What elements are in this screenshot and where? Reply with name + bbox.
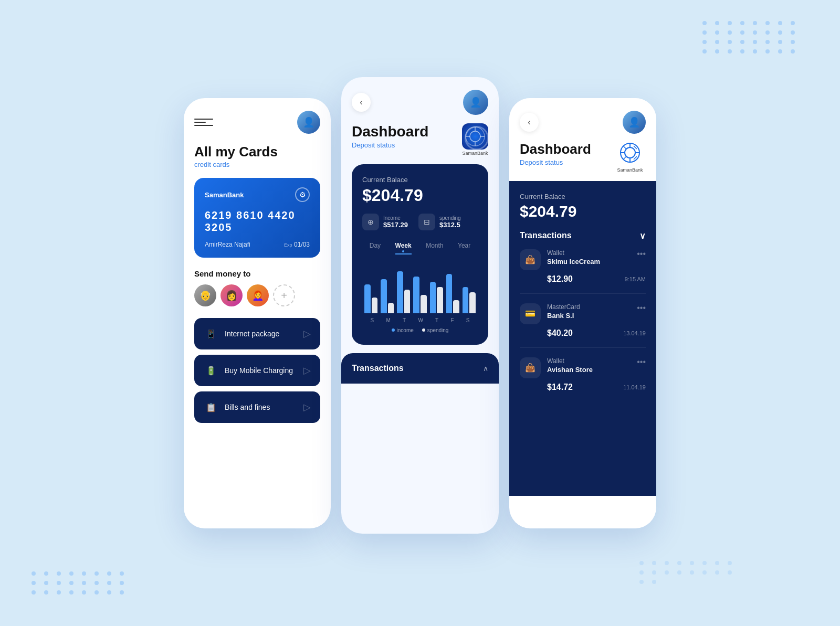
tx1-icon-wrap: 👜 [520,249,541,270]
transaction-item-2: 💳 MasterCard Bank S.I ••• $40.20 13.04.1… [520,303,646,348]
bank-card[interactable]: SamanBank ⚙ 6219 8610 4420 3205 AmirReza… [194,178,320,258]
saman-bank-logo-3: SamanBank [614,141,646,173]
p3-balance-label: Current Balace [520,193,646,200]
svg-line-14 [623,156,626,160]
card-gear-icon[interactable]: ⚙ [295,187,310,202]
bar-spending [404,290,411,313]
charging-arrow: ▷ [303,365,311,376]
chevron-up-icon[interactable]: ∧ [483,364,488,373]
bills-fines-item[interactable]: 📋 Bills and fines ▷ [194,391,320,423]
spending-label: spending [439,215,461,221]
tx3-more-button[interactable]: ••• [637,357,646,367]
day-m: M [386,317,391,323]
income-value: $517.29 [383,221,408,229]
contact-avatar-3[interactable]: 👩‍🦰 [247,284,269,306]
avatar-3-image: 👤 [623,111,646,134]
day-w: W [418,317,423,323]
contact-avatar-1[interactable]: 👴 [194,284,216,306]
bar-income [463,287,469,313]
saman-logo [462,123,488,150]
transaction-item-1: 👜 Wallet Skimu IceCream ••• $12.90 9:15 … [520,249,646,294]
income-info: Income $517.29 [383,215,408,229]
tab-month[interactable]: Month [426,241,443,254]
legend-spending-dot [422,328,425,332]
contact-avatar-2[interactable]: 👩 [220,284,243,306]
bar-group [381,279,394,313]
phones-container: 👤 All my Cards credit cards SamanBank ⚙ … [184,93,656,534]
avatar-3[interactable]: 👤 [623,111,646,134]
legend-spending-label: spending [427,327,449,333]
bills-arrow: ▷ [303,401,311,413]
phone3-header: ‹ 👤 [520,111,646,134]
tx3-info: Wallet Avishan Store [547,357,593,374]
transaction-item-3: 👜 Wallet Avishan Store ••• $14.72 11.04.… [520,357,646,401]
transactions-header: Transactions ∧ [352,364,488,373]
legend-income: income [392,327,414,333]
bills-label: Bills and fines [225,403,270,411]
saman-logo-3 [614,141,646,167]
tx2-more-button[interactable]: ••• [637,303,646,313]
card-header: SamanBank ⚙ [205,187,310,202]
transactions-title: Transactions [352,364,404,373]
send-money-label: Send money to [194,269,320,278]
income-icon: ⊕ [362,214,379,230]
page-subtitle: credit cards [194,161,320,168]
phone2-header: ‹ 👤 [352,90,488,115]
p3-chevron-down-icon[interactable]: ∨ [639,231,646,241]
avatar-2[interactable]: 👤 [463,90,488,115]
bar-income [413,277,419,313]
p3-transactions-title: Transactions [520,231,572,240]
tab-week[interactable]: Week [395,241,412,254]
spending-icon: ⊟ [418,214,435,230]
internet-package-item[interactable]: 📱 Internet package ▷ [194,318,320,349]
income-label: Income [383,215,408,221]
avatar[interactable]: 👤 [297,111,320,134]
avatar-2-image: 👤 [463,90,488,115]
dashboard-title: Dashboard [352,123,428,140]
card-footer: AmirReza Najafi Exp 01/03 [205,241,310,248]
add-contact-button[interactable]: + [273,284,295,306]
saman-bank-logo-2: SamanBank [462,123,488,156]
bar-group [430,282,443,313]
tx3-top: 👜 Wallet Avishan Store ••• [520,357,646,378]
tx2-category: MasterCard [547,303,580,311]
day-s2: S [466,317,470,323]
day-t2: T [435,317,438,323]
phone3-top: ‹ 👤 Dashboard Deposit status [509,98,656,181]
tx1-more-button[interactable]: ••• [637,249,646,259]
tx3-bottom: $14.72 11.04.19 [520,383,646,392]
tab-year[interactable]: Year [458,241,470,254]
tab-day[interactable]: Day [370,241,381,254]
dashboard-subtitle: Deposit status [352,141,428,149]
action-left-3: 📋 Bills and fines [204,400,270,415]
menu-icon[interactable] [194,113,213,132]
buy-mobile-charging-item[interactable]: 🔋 Buy Mobile Charging ▷ [194,355,320,386]
tx3-amount: $14.72 [547,383,573,392]
bills-icon: 📋 [204,400,218,415]
bar-income [397,271,403,313]
avatar-image: 👤 [297,111,320,134]
saman-bank-text-3: SamanBank [614,167,646,173]
back-button[interactable]: ‹ [352,93,371,112]
tx1-category: Wallet [547,249,600,257]
back-button-3[interactable]: ‹ [520,113,539,132]
p3-balance: $204.79 [520,203,646,220]
tx1-top: 👜 Wallet Skimu IceCream ••• [520,249,646,270]
phone3-header-right: 👤 [623,111,646,134]
balance-label: Current Balace [362,176,478,184]
bar-spending [421,295,427,313]
tx3-left: 👜 Wallet Avishan Store [520,357,593,378]
saman-bank-text: SamanBank [462,151,488,156]
chart-legend: income spending [362,327,478,333]
tx2-icon-wrap: 💳 [520,303,541,324]
chart-days: S M T W T F S [362,317,478,323]
tx3-name: Avishan Store [547,366,593,374]
dashboard-card: Current Balace $204.79 ⊕ Income $517.29 … [352,164,488,345]
action-left: 📱 Internet package [204,326,279,341]
bar-income [381,279,387,313]
action-left-2: 🔋 Buy Mobile Charging [204,363,293,378]
spending-info: spending $312.5 [439,215,461,229]
bar-group [463,287,476,313]
chart-tabs: Day Week Month Year [362,241,478,254]
phone-3: ‹ 👤 Dashboard Deposit status [509,98,656,528]
